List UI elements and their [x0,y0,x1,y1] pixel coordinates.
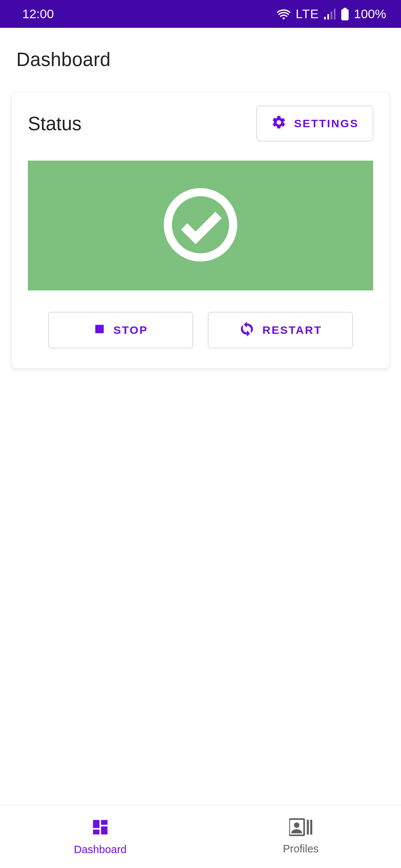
settings-button[interactable]: SETTINGS [257,106,373,141]
card-header: Status SETTINGS [28,106,373,141]
svg-rect-5 [341,9,349,20]
nav-label-profiles: Profiles [283,843,319,855]
svg-rect-7 [95,325,104,333]
stop-icon [93,323,106,338]
status-card: Status SETTINGS [11,92,390,369]
restart-button-label: RESTART [263,324,322,336]
stop-button-label: STOP [113,324,148,336]
svg-rect-8 [93,820,100,828]
profiles-icon [289,818,312,838]
svg-rect-15 [310,820,312,835]
page-title: Dashboard [16,49,385,70]
battery-percentage: 100% [354,7,386,21]
svg-rect-0 [324,17,326,19]
svg-point-13 [294,822,300,828]
check-circle-icon [160,184,241,267]
nav-label-dashboard: Dashboard [74,844,127,856]
restart-button[interactable]: RESTART [208,312,353,348]
svg-rect-11 [93,830,100,835]
status-banner [28,161,373,290]
statusbar-indicators: LTE 100% [277,7,386,21]
network-type-label: LTE [296,7,319,21]
stop-button[interactable]: STOP [48,312,193,348]
gear-icon [271,115,287,133]
svg-point-6 [168,192,233,257]
bottom-navigation: Dashboard Profiles [0,805,401,868]
svg-rect-1 [327,14,329,20]
svg-rect-9 [101,820,107,825]
signal-icon [324,9,336,20]
main-content: Dashboard Status SETTINGS [0,28,401,379]
restart-icon [239,321,255,340]
nav-item-dashboard[interactable]: Dashboard [0,805,200,868]
android-status-bar: 12:00 LTE 100% [0,0,401,28]
battery-icon [341,8,349,20]
dashboard-icon [91,818,110,838]
nav-item-profiles[interactable]: Profiles [200,805,401,868]
settings-button-label: SETTINGS [294,117,359,130]
svg-rect-2 [330,11,332,19]
svg-rect-14 [307,820,309,835]
svg-rect-3 [334,9,335,19]
card-title: Status [28,113,82,135]
wifi-icon [277,9,290,20]
action-button-row: STOP RESTART [28,312,373,348]
statusbar-time: 12:00 [22,7,54,21]
svg-rect-10 [101,826,107,835]
